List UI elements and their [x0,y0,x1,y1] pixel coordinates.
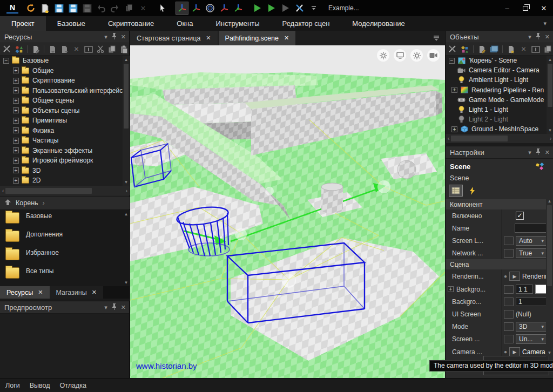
expand-icon[interactable]: + [13,87,19,93]
res-display-options-icon[interactable] [14,44,24,54]
expand-icon[interactable]: + [13,67,19,73]
tree-item[interactable]: +Примитивы [0,116,130,126]
close-icon[interactable]: ✕ [92,289,97,296]
toolbar-options-icon[interactable] [307,2,320,15]
objects-menu-icon[interactable]: ▾ [528,33,531,40]
expand-icon[interactable]: + [13,127,19,133]
default-value-button[interactable] [504,322,514,331]
res-delete-icon[interactable]: ✕ [71,44,81,54]
breadcrumb-root[interactable]: Корень [16,199,38,207]
watermark-link[interactable]: www.historian.by [136,361,197,370]
rotate-tool-icon[interactable] [204,2,217,15]
tab-pathfinding-scene[interactable]: Pathfinding.scene✕ [219,31,296,45]
tree-item-light-2[interactable]: Light 2 - Light [446,114,553,124]
expand-icon[interactable]: + [13,107,19,113]
redo-icon[interactable] [109,2,122,15]
tree-item-game-mode[interactable]: Game Mode - GameMode [446,95,553,105]
tree-item[interactable]: +Пользовательский интерфейс [0,86,130,96]
menu-tools[interactable]: Инструменты [205,16,271,31]
tree-item-scene-root[interactable]: − 'Корень' - Scene [446,56,553,65]
save-icon[interactable] [52,2,65,15]
restore-button[interactable] [516,0,535,16]
tree-item[interactable]: +2D [0,175,130,186]
save-all-icon[interactable] [80,2,93,15]
close-icon[interactable]: ✕ [206,35,211,42]
rendering-value[interactable]: Renderir [522,273,547,280]
tree-item-camera-editor[interactable]: Camera Editor - Camera [446,65,553,75]
default-value-button[interactable] [504,335,514,343]
expand-icon[interactable]: + [13,138,19,144]
folder-list-scrollbar[interactable]: ▴ ▾ [123,210,130,286]
res-cut-icon[interactable] [96,44,105,54]
tree-item[interactable]: +Частицы [0,136,130,146]
tree-item[interactable]: −Базовые [0,56,130,66]
reference-button[interactable]: ▶ [509,347,520,356]
res-rename-icon[interactable] [84,44,93,54]
save-as-icon[interactable] [66,2,79,15]
obj-edit-icon[interactable] [477,44,487,54]
default-value-button[interactable] [504,285,514,294]
tree-item[interactable]: +Общее сцены [0,96,130,106]
obj-settings-icon[interactable] [448,44,458,54]
collapse-icon[interactable]: − [3,58,9,64]
play-icon[interactable] [251,2,264,15]
menu-basic[interactable]: Базовые [46,16,97,31]
expand-icon[interactable]: + [13,178,19,184]
menu-overflow-icon[interactable]: ▾ [537,16,553,31]
preview-menu-icon[interactable]: ▾ [104,304,107,311]
obj-copy-icon[interactable] [543,44,553,54]
res-import-icon[interactable] [48,44,57,54]
list-item[interactable]: Дополнения [0,228,130,247]
expand-icon[interactable]: + [13,158,19,164]
tree-item[interactable]: +3D [0,166,130,176]
list-item[interactable]: Избранное [0,247,130,265]
res-copy-icon[interactable] [107,44,117,54]
mesh-cylinder-center[interactable] [321,183,343,213]
resources-menu-icon[interactable]: ▾ [104,33,107,40]
expand-icon[interactable]: + [13,118,19,124]
move-snap-tool-icon[interactable] [190,2,203,15]
default-value-button[interactable] [504,236,514,245]
menu-project[interactable]: Проект [0,16,46,31]
resources-close-icon[interactable]: ✕ [121,33,126,40]
name-input[interactable] [515,224,550,233]
res-edit-icon[interactable] [31,44,41,54]
settings-pin-icon[interactable] [536,148,541,156]
tree-item-ground[interactable]: + Ground - MeshInSpace [446,124,553,134]
res-paste-icon[interactable] [119,44,129,54]
lighting-icon[interactable] [377,49,389,62]
close-icon[interactable]: ✕ [284,35,289,42]
delete-icon[interactable]: ✕ [137,2,150,15]
tree-item[interactable]: +Игровой фреймворк [0,156,130,166]
mode-dropdown[interactable]: 3D▾ [516,322,547,332]
default-value-button[interactable] [504,249,514,258]
obj-window-icon[interactable] [489,44,500,54]
tree-item[interactable]: +Экранные эффекты [0,146,130,156]
expand-icon[interactable]: + [448,286,454,292]
res-settings-icon[interactable] [2,44,12,54]
obj-rename-icon[interactable] [531,44,541,54]
scene-viewport[interactable]: www.historian.by [130,45,445,378]
display-mode-icon[interactable] [394,49,406,62]
statusbar-debug[interactable]: Отладка [60,382,86,389]
objects-hscrollbar[interactable]: ‹ › [446,134,553,143]
collapse-icon[interactable]: − [449,58,455,64]
close-button[interactable]: ✕ [535,0,553,16]
settings-menu-icon[interactable]: ▾ [528,149,531,156]
ui-screen-value[interactable]: (Null) [516,310,531,318]
events-view-button[interactable] [465,185,479,197]
statusbar-logs[interactable]: Логи [5,382,20,389]
close-icon[interactable]: ✕ [38,289,43,296]
camera-value[interactable]: Camera [522,348,547,356]
expand-icon[interactable]: + [13,147,19,153]
reference-button[interactable]: ▶ [509,272,520,281]
default-value-button[interactable] [504,310,514,319]
list-item[interactable]: Базовые [0,210,130,228]
resources-tree-scrollbar[interactable]: ▴ ▾ [123,56,130,186]
up-level-icon[interactable] [4,199,11,207]
statusbar-output[interactable]: Вывод [30,382,50,389]
preview-pin-icon[interactable] [112,303,117,311]
network-dropdown[interactable]: True▾ [516,248,547,258]
tree-item[interactable]: +Общие [0,66,130,76]
enabled-checkbox[interactable]: ✓ [516,212,524,220]
